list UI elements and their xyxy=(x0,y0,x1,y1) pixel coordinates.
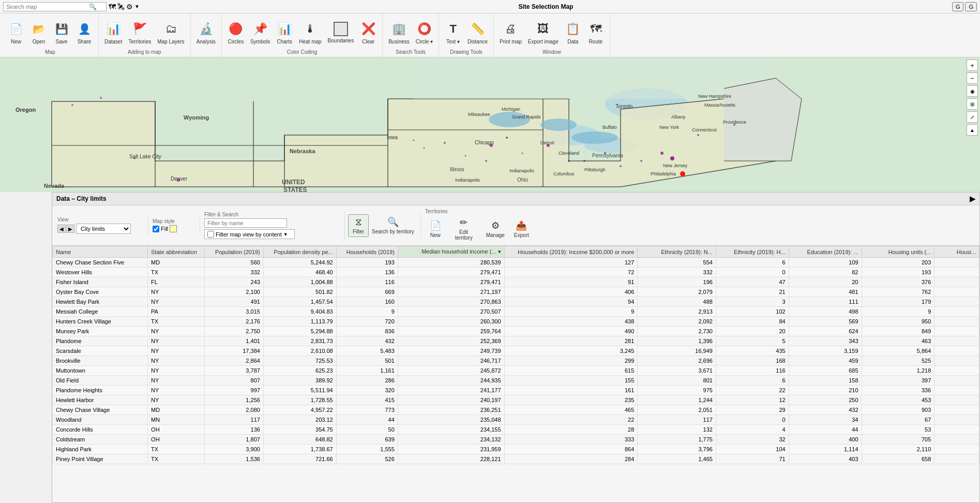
boundaries-button[interactable]: Boundaries xyxy=(325,20,357,46)
locate-button[interactable]: ◉ xyxy=(967,85,978,97)
table-row[interactable]: Fisher IslandFL2431,004.88116279,4719119… xyxy=(53,277,979,287)
table-row[interactable]: Chewy Chase Section FiveMD5605,244.92193… xyxy=(53,258,979,268)
share-button[interactable]: 👤 Share xyxy=(73,19,95,47)
table-container[interactable]: Name State abbreviation Population (2019… xyxy=(52,246,979,502)
fullscreen-button[interactable]: ⤢ xyxy=(967,111,978,123)
save-button[interactable]: 💾 Save xyxy=(51,19,72,47)
map-area[interactable]: Oregon Wyoming Nebraska Salt Lake City D… xyxy=(0,57,980,192)
table-cell: 481 xyxy=(789,287,862,297)
settings-icon[interactable]: ⚙ xyxy=(126,3,133,11)
table-cell: 1,401 xyxy=(205,336,264,346)
data-panel-close-icon[interactable]: ▶ xyxy=(970,195,975,203)
table-row[interactable]: Munsey ParkNY2,7505,294.88836259,7644902… xyxy=(53,327,979,336)
table-row[interactable]: Old FieldNY807389.92286244,9351558016158… xyxy=(53,376,979,386)
filter-map-view-btn[interactable]: Filter map view by content ▼ xyxy=(204,229,295,239)
table-cell: 246,717 xyxy=(398,356,504,366)
business-button[interactable]: 🏢 Business xyxy=(386,19,412,47)
filter-content-checkbox[interactable] xyxy=(207,231,214,238)
table-row[interactable]: Hewlett Bay ParkNY4911,457.54160270,8639… xyxy=(53,297,979,307)
table-cell: Chewy Chase Section Five xyxy=(53,258,148,268)
table-row[interactable]: MuttontownNY3,787625.231,161245,8726153,… xyxy=(53,366,979,376)
table-cell: 155 xyxy=(504,376,638,386)
table-row[interactable]: BrookvilleNY2,864725.53501246,7172992,69… xyxy=(53,356,979,366)
charts-button[interactable]: 📊 Charts xyxy=(274,19,295,47)
edit-territory-button[interactable]: ✏ Edit territory xyxy=(447,215,481,242)
g-button2[interactable]: G xyxy=(965,2,977,11)
col-density[interactable]: Population density pe... xyxy=(263,246,336,258)
table-row[interactable]: Piney Point VillageTX1,536721.66526228,1… xyxy=(53,454,979,464)
col-median-income[interactable]: Median household income (... ▾ xyxy=(398,246,504,258)
table-cell: PA xyxy=(148,307,205,317)
svg-point-72 xyxy=(640,160,642,162)
heat-map-button[interactable]: 🌡 Heat map xyxy=(296,19,324,47)
manage-button[interactable]: ⚙ Manage xyxy=(482,218,509,240)
col-households[interactable]: Households (2019) xyxy=(336,246,398,258)
table-row[interactable]: Chewy Chase VillageMD2,0804,957.22773236… xyxy=(53,405,979,415)
col-income-200k[interactable]: Households (2019): Income $200,000 or mo… xyxy=(504,246,638,258)
table-row[interactable]: Messiah CollegePA3,0159,404.839270,50792… xyxy=(53,307,979,317)
analysis-button[interactable]: 🔬 Analysis xyxy=(194,19,218,47)
export-button[interactable]: 📤 Export xyxy=(510,218,533,240)
table-row[interactable]: Hewlett HarborNY1,2561,728.55415240,1972… xyxy=(53,395,979,405)
heat-map-icon: 🌡 xyxy=(302,21,319,37)
search-by-territory-button[interactable]: 🔍 Search by territory xyxy=(369,214,417,236)
col-housing-units[interactable]: Housing units (... xyxy=(862,246,934,258)
map-view-icon[interactable]: 🗺 xyxy=(109,3,116,11)
table-row[interactable]: Hunters Creek VillageTX2,1761,113.797202… xyxy=(53,317,979,327)
territories-new-button[interactable]: 📄 New xyxy=(425,218,446,240)
nav-forward-button[interactable]: ▶ xyxy=(66,225,74,233)
layers-button[interactable]: ⊞ xyxy=(967,98,978,110)
data-button[interactable]: 📋 Data xyxy=(562,19,584,47)
table-cell: 235 xyxy=(504,395,638,405)
table-cell: 2,913 xyxy=(638,307,716,317)
g-button[interactable]: G xyxy=(952,2,964,11)
table-row[interactable]: Oyster Bay CoveNY2,100501.82669271,19740… xyxy=(53,287,979,297)
map-layers-button[interactable]: 🗂 Map Layers xyxy=(155,19,187,47)
clear-button[interactable]: ❌ Clear xyxy=(357,19,379,47)
zoom-out-button[interactable]: − xyxy=(967,72,978,84)
new-button[interactable]: 📄 New xyxy=(5,19,27,47)
col-housi[interactable]: Housi... xyxy=(934,246,979,258)
fill-checkbox[interactable] xyxy=(153,226,159,232)
dataset-button[interactable]: 📊 Dataset xyxy=(102,19,125,47)
nav-back-button[interactable]: ◀ xyxy=(57,225,66,233)
territories-button[interactable]: 🚩 Territories xyxy=(126,19,154,47)
circle-button[interactable]: ⭕ Circle ▾ xyxy=(413,19,435,47)
dropdown-icon[interactable]: ▼ xyxy=(134,4,140,9)
table-row[interactable]: PlandomeNY1,4012,831.73432252,3692811,39… xyxy=(53,336,979,346)
search-input[interactable] xyxy=(6,4,89,10)
table-cell: Plandome Heights xyxy=(53,386,148,395)
print-map-button[interactable]: 🖨 Print map xyxy=(497,19,524,47)
table-cell: Hewlett Harbor xyxy=(53,395,148,405)
col-pop[interactable]: Population (2019) xyxy=(205,246,264,258)
table-row[interactable]: Westover HillsTX332468.40136279,47172332… xyxy=(53,268,979,277)
col-education[interactable]: Education (2019): ... xyxy=(789,246,862,258)
layer-select[interactable]: City limits State borders County borders xyxy=(76,224,131,234)
route-button[interactable]: 🗺 Route xyxy=(585,19,607,47)
svg-text:Wyoming: Wyoming xyxy=(184,114,209,121)
zoom-in-button[interactable]: + xyxy=(967,60,978,71)
table-row[interactable]: Concorde HillsOH136354.7550234,155281324… xyxy=(53,425,979,435)
filter-button[interactable]: ⧖ Filter xyxy=(348,214,369,237)
col-ethnicity-n[interactable]: Ethnicity (2019): N... xyxy=(638,246,716,258)
map-up-button[interactable]: ▲ xyxy=(967,124,978,136)
filter-by-name-input[interactable] xyxy=(204,218,287,228)
col-name[interactable]: Name xyxy=(53,246,148,258)
satellite-icon[interactable]: 🛰 xyxy=(117,3,125,11)
table-cell: 490 xyxy=(504,327,638,336)
text-button[interactable]: T Text ▾ xyxy=(442,19,464,47)
svg-text:Nebraska: Nebraska xyxy=(290,148,315,154)
table-row[interactable]: ScarsdaleNY17,3842,610.085,483249,7393,2… xyxy=(53,346,979,356)
nav-arrows: ◀ ▶ xyxy=(57,225,74,233)
circles-button[interactable]: 🔴 Circles xyxy=(225,19,247,47)
symbols-button[interactable]: 📌 Symbols xyxy=(248,19,273,47)
col-ethnicity-h[interactable]: Ethnicity (2019): H... xyxy=(716,246,789,258)
table-row[interactable]: ColdstreamOH1,807648.82639234,1323331,77… xyxy=(53,435,979,445)
col-state[interactable]: State abbreviation xyxy=(148,246,205,258)
open-button[interactable]: 📂 Open xyxy=(28,19,50,47)
table-row[interactable]: Highland ParkTX3,9001,738.671,555231,959… xyxy=(53,445,979,454)
export-image-button[interactable]: 🖼 Export image xyxy=(525,19,561,47)
distance-button[interactable]: 📏 Distance xyxy=(465,19,490,47)
table-row[interactable]: Plandome HeightsNY9975,511.94320241,1771… xyxy=(53,386,979,395)
table-row[interactable]: WoodlandMN117203.1244235,0482211703467 xyxy=(53,415,979,425)
